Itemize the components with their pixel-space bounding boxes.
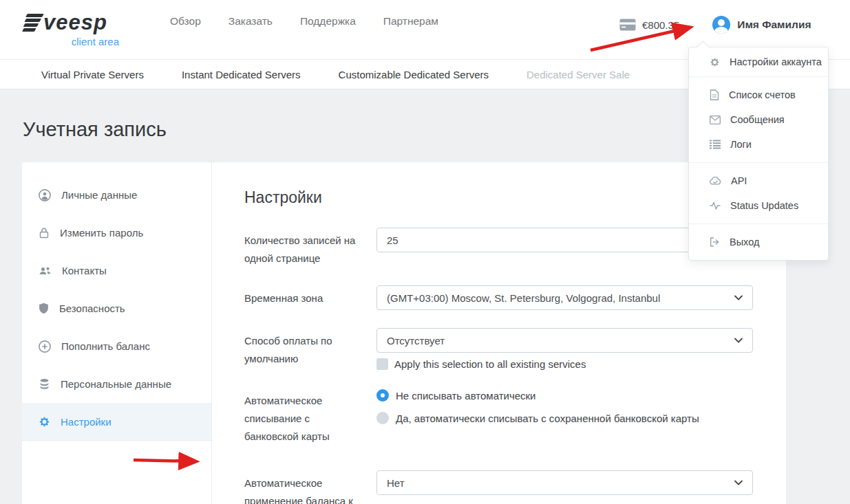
veesp-flag-icon xyxy=(18,14,44,32)
database-icon xyxy=(39,378,50,390)
user-name: Имя Фамилия xyxy=(737,19,811,31)
user-menu-trigger[interactable]: Имя Фамилия xyxy=(712,16,811,34)
brand-tagline: client area xyxy=(23,36,119,47)
list-icon xyxy=(710,140,721,149)
default-payment-label: Способ оплаты по умолчанию xyxy=(244,328,376,370)
settings-heading: Настройки xyxy=(244,188,753,207)
balance-amount: €800.35 xyxy=(642,19,679,31)
menu-item-account-settings[interactable]: Настройки аккаунта xyxy=(689,52,828,72)
sidebar-item-label: Пополнить баланс xyxy=(61,340,150,352)
subnav-item-customizable-dedicated[interactable]: Customizable Dedicated Servers xyxy=(339,69,489,80)
nav-item-partners[interactable]: Партнерам xyxy=(383,15,438,28)
chevron-down-icon xyxy=(734,295,743,300)
subnav-item-dedicated-sale[interactable]: Dedicated Server Sale xyxy=(527,69,630,80)
credit-card-icon xyxy=(619,19,636,31)
subnav-item-vps[interactable]: Virtual Private Servers xyxy=(41,69,144,80)
timezone-selected-value: (GMT+03:00) Moscow, St. Petersburg, Volg… xyxy=(387,292,660,304)
account-sidebar: Личные данные Изменить пароль Контакты Б… xyxy=(22,162,212,504)
default-payment-selected-value: Отсутствует xyxy=(387,335,445,347)
shield-icon xyxy=(39,303,49,314)
user-avatar-icon xyxy=(712,16,730,34)
users-icon xyxy=(39,265,52,276)
menu-item-logs[interactable]: Логи xyxy=(689,132,828,157)
form-row-timezone: Временная зона (GMT+03:00) Moscow, St. P… xyxy=(244,285,753,310)
gear-icon xyxy=(39,416,50,428)
envelope-icon xyxy=(710,116,721,124)
sidebar-item-settings[interactable]: Настройки xyxy=(22,403,211,441)
auto-charge-option-yes[interactable]: Да, автоматически списывать с сохраненно… xyxy=(376,412,753,424)
sidebar-item-label: Контакты xyxy=(62,265,107,276)
activity-icon xyxy=(710,201,721,210)
auto-apply-balance-select[interactable]: Нет xyxy=(376,470,753,495)
page-title: Учетная запись xyxy=(23,118,167,141)
auto-charge-label: Автоматическое списывание с банковской к… xyxy=(244,388,376,446)
radio-unselected-icon[interactable] xyxy=(376,412,389,424)
records-per-page-label: Количество записей на одной странице xyxy=(244,228,376,267)
apply-to-all-services-label: Apply this selection to all existing ser… xyxy=(394,358,586,370)
menu-item-logout[interactable]: Выход xyxy=(689,230,828,254)
form-row-default-payment: Способ оплаты по умолчанию Отсутствует A… xyxy=(244,328,753,370)
default-payment-select[interactable]: Отсутствует xyxy=(376,328,753,353)
sidebar-item-security[interactable]: Безопасность xyxy=(22,289,211,327)
chevron-down-icon xyxy=(734,338,743,343)
primary-nav: Обзор Заказать Поддержка Партнерам xyxy=(170,15,438,28)
timezone-label: Временная зона xyxy=(244,285,376,310)
apply-to-all-services-checkbox[interactable] xyxy=(376,358,388,370)
sidebar-item-label: Персональные данные xyxy=(61,378,171,390)
brand-name: veesp xyxy=(43,10,107,35)
auto-apply-balance-selected-value: Нет xyxy=(387,477,405,489)
auto-charge-option-no[interactable]: Не списывать автоматически xyxy=(376,389,753,402)
form-row-records-per-page: Количество записей на одной странице xyxy=(244,228,753,267)
account-card: Личные данные Изменить пароль Контакты Б… xyxy=(22,162,786,504)
veesp-logo[interactable]: veesp client area xyxy=(23,10,119,47)
sidebar-item-label: Настройки xyxy=(61,416,111,428)
menu-item-api[interactable]: API xyxy=(689,168,828,193)
user-icon xyxy=(39,189,51,201)
sidebar-item-personal-info[interactable]: Персональные данные xyxy=(22,365,211,403)
form-row-auto-apply-balance: Автоматическое применение баланса к счет… xyxy=(244,470,753,504)
menu-item-messages[interactable]: Сообщения xyxy=(689,107,828,132)
sidebar-item-personal-data[interactable]: Личные данные xyxy=(22,176,211,214)
menu-item-status-updates[interactable]: Status Updates xyxy=(689,193,828,218)
sidebar-item-label: Безопасность xyxy=(59,303,125,314)
sidebar-item-label: Личные данные xyxy=(61,189,137,201)
chevron-down-icon xyxy=(734,480,743,485)
form-row-auto-charge: Автоматическое списывание с банковской к… xyxy=(244,388,753,446)
lock-icon xyxy=(39,227,50,239)
nav-item-overview[interactable]: Обзор xyxy=(170,15,201,28)
radio-selected-icon[interactable] xyxy=(376,389,389,402)
sidebar-item-top-up-balance[interactable]: Пополнить баланс xyxy=(22,327,211,365)
logout-icon xyxy=(710,237,720,247)
sidebar-item-label: Изменить пароль xyxy=(60,227,143,239)
nav-item-order[interactable]: Заказать xyxy=(229,15,273,28)
auto-apply-balance-label: Автоматическое применение баланса к счет… xyxy=(244,470,376,504)
invoice-icon xyxy=(710,89,719,100)
subnav-item-instant-dedicated[interactable]: Instant Dedicated Servers xyxy=(182,69,301,80)
sidebar-item-change-password[interactable]: Изменить пароль xyxy=(22,214,211,252)
gear-icon xyxy=(710,57,720,67)
user-dropdown-menu: Настройки аккаунта Список счетов Сообщен… xyxy=(688,47,829,261)
timezone-select[interactable]: (GMT+03:00) Moscow, St. Petersburg, Volg… xyxy=(376,285,753,310)
sidebar-item-contacts[interactable]: Контакты xyxy=(22,252,211,289)
nav-item-support[interactable]: Поддержка xyxy=(300,15,356,28)
cloud-icon xyxy=(710,177,721,185)
menu-item-invoices[interactable]: Список счетов xyxy=(689,83,828,107)
plus-circle-icon xyxy=(39,340,51,353)
balance-widget[interactable]: €800.35 xyxy=(619,19,679,31)
